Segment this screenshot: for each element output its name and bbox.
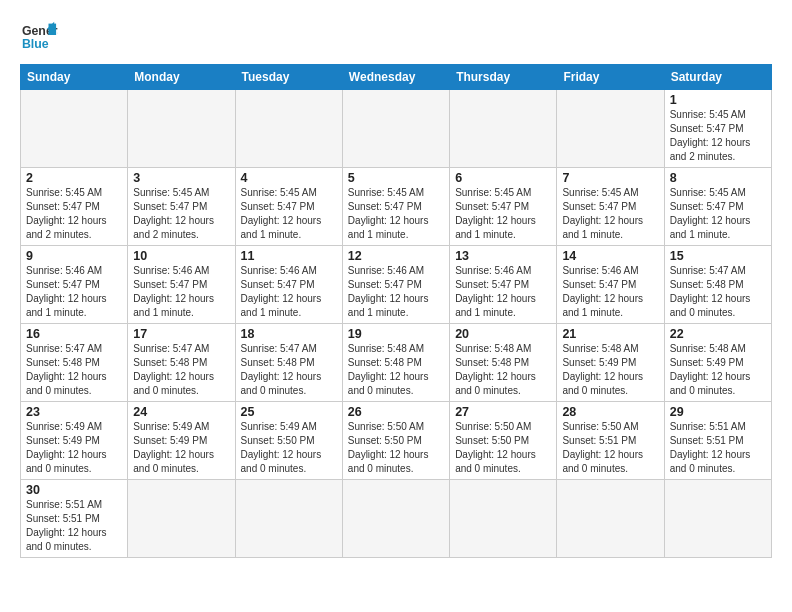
week-row-6: 30Sunrise: 5:51 AM Sunset: 5:51 PM Dayli…	[21, 480, 772, 558]
day-info: Sunrise: 5:45 AM Sunset: 5:47 PM Dayligh…	[455, 186, 551, 242]
day-cell: 3Sunrise: 5:45 AM Sunset: 5:47 PM Daylig…	[128, 168, 235, 246]
day-cell	[450, 480, 557, 558]
day-cell: 28Sunrise: 5:50 AM Sunset: 5:51 PM Dayli…	[557, 402, 664, 480]
day-info: Sunrise: 5:46 AM Sunset: 5:47 PM Dayligh…	[133, 264, 229, 320]
day-number: 2	[26, 171, 122, 185]
col-header-thursday: Thursday	[450, 65, 557, 90]
day-cell: 1Sunrise: 5:45 AM Sunset: 5:47 PM Daylig…	[664, 90, 771, 168]
day-info: Sunrise: 5:46 AM Sunset: 5:47 PM Dayligh…	[348, 264, 444, 320]
day-number: 27	[455, 405, 551, 419]
day-cell: 9Sunrise: 5:46 AM Sunset: 5:47 PM Daylig…	[21, 246, 128, 324]
day-number: 21	[562, 327, 658, 341]
day-cell: 25Sunrise: 5:49 AM Sunset: 5:50 PM Dayli…	[235, 402, 342, 480]
day-number: 18	[241, 327, 337, 341]
svg-text:Blue: Blue	[22, 37, 49, 51]
day-cell	[128, 90, 235, 168]
day-info: Sunrise: 5:50 AM Sunset: 5:50 PM Dayligh…	[348, 420, 444, 476]
week-row-1: 1Sunrise: 5:45 AM Sunset: 5:47 PM Daylig…	[21, 90, 772, 168]
day-info: Sunrise: 5:48 AM Sunset: 5:49 PM Dayligh…	[562, 342, 658, 398]
day-cell: 27Sunrise: 5:50 AM Sunset: 5:50 PM Dayli…	[450, 402, 557, 480]
day-number: 8	[670, 171, 766, 185]
day-cell: 8Sunrise: 5:45 AM Sunset: 5:47 PM Daylig…	[664, 168, 771, 246]
day-info: Sunrise: 5:49 AM Sunset: 5:50 PM Dayligh…	[241, 420, 337, 476]
day-number: 13	[455, 249, 551, 263]
day-cell: 7Sunrise: 5:45 AM Sunset: 5:47 PM Daylig…	[557, 168, 664, 246]
week-row-5: 23Sunrise: 5:49 AM Sunset: 5:49 PM Dayli…	[21, 402, 772, 480]
day-cell: 11Sunrise: 5:46 AM Sunset: 5:47 PM Dayli…	[235, 246, 342, 324]
day-number: 23	[26, 405, 122, 419]
day-cell	[21, 90, 128, 168]
day-cell	[235, 480, 342, 558]
day-number: 4	[241, 171, 337, 185]
col-header-tuesday: Tuesday	[235, 65, 342, 90]
day-cell: 4Sunrise: 5:45 AM Sunset: 5:47 PM Daylig…	[235, 168, 342, 246]
day-cell: 19Sunrise: 5:48 AM Sunset: 5:48 PM Dayli…	[342, 324, 449, 402]
day-number: 14	[562, 249, 658, 263]
day-info: Sunrise: 5:45 AM Sunset: 5:47 PM Dayligh…	[241, 186, 337, 242]
day-number: 25	[241, 405, 337, 419]
day-cell: 21Sunrise: 5:48 AM Sunset: 5:49 PM Dayli…	[557, 324, 664, 402]
day-cell: 14Sunrise: 5:46 AM Sunset: 5:47 PM Dayli…	[557, 246, 664, 324]
day-info: Sunrise: 5:46 AM Sunset: 5:47 PM Dayligh…	[26, 264, 122, 320]
day-cell	[664, 480, 771, 558]
day-number: 15	[670, 249, 766, 263]
day-number: 28	[562, 405, 658, 419]
day-info: Sunrise: 5:45 AM Sunset: 5:47 PM Dayligh…	[26, 186, 122, 242]
day-info: Sunrise: 5:45 AM Sunset: 5:47 PM Dayligh…	[562, 186, 658, 242]
day-number: 20	[455, 327, 551, 341]
day-cell	[342, 90, 449, 168]
day-cell: 18Sunrise: 5:47 AM Sunset: 5:48 PM Dayli…	[235, 324, 342, 402]
day-cell: 13Sunrise: 5:46 AM Sunset: 5:47 PM Dayli…	[450, 246, 557, 324]
day-info: Sunrise: 5:45 AM Sunset: 5:47 PM Dayligh…	[670, 108, 766, 164]
day-cell: 5Sunrise: 5:45 AM Sunset: 5:47 PM Daylig…	[342, 168, 449, 246]
day-number: 12	[348, 249, 444, 263]
col-header-saturday: Saturday	[664, 65, 771, 90]
day-cell: 20Sunrise: 5:48 AM Sunset: 5:48 PM Dayli…	[450, 324, 557, 402]
week-row-4: 16Sunrise: 5:47 AM Sunset: 5:48 PM Dayli…	[21, 324, 772, 402]
day-cell: 29Sunrise: 5:51 AM Sunset: 5:51 PM Dayli…	[664, 402, 771, 480]
day-info: Sunrise: 5:46 AM Sunset: 5:47 PM Dayligh…	[241, 264, 337, 320]
day-cell	[235, 90, 342, 168]
header: General Blue	[20, 16, 772, 54]
day-number: 5	[348, 171, 444, 185]
day-number: 11	[241, 249, 337, 263]
day-number: 1	[670, 93, 766, 107]
day-info: Sunrise: 5:45 AM Sunset: 5:47 PM Dayligh…	[133, 186, 229, 242]
day-info: Sunrise: 5:45 AM Sunset: 5:47 PM Dayligh…	[348, 186, 444, 242]
day-cell: 22Sunrise: 5:48 AM Sunset: 5:49 PM Dayli…	[664, 324, 771, 402]
day-cell: 15Sunrise: 5:47 AM Sunset: 5:48 PM Dayli…	[664, 246, 771, 324]
day-cell	[450, 90, 557, 168]
col-header-friday: Friday	[557, 65, 664, 90]
day-cell: 23Sunrise: 5:49 AM Sunset: 5:49 PM Dayli…	[21, 402, 128, 480]
day-info: Sunrise: 5:45 AM Sunset: 5:47 PM Dayligh…	[670, 186, 766, 242]
day-cell: 30Sunrise: 5:51 AM Sunset: 5:51 PM Dayli…	[21, 480, 128, 558]
day-cell: 24Sunrise: 5:49 AM Sunset: 5:49 PM Dayli…	[128, 402, 235, 480]
day-cell: 26Sunrise: 5:50 AM Sunset: 5:50 PM Dayli…	[342, 402, 449, 480]
day-number: 3	[133, 171, 229, 185]
day-cell: 6Sunrise: 5:45 AM Sunset: 5:47 PM Daylig…	[450, 168, 557, 246]
day-info: Sunrise: 5:47 AM Sunset: 5:48 PM Dayligh…	[241, 342, 337, 398]
day-cell	[128, 480, 235, 558]
day-info: Sunrise: 5:50 AM Sunset: 5:50 PM Dayligh…	[455, 420, 551, 476]
col-header-sunday: Sunday	[21, 65, 128, 90]
day-info: Sunrise: 5:47 AM Sunset: 5:48 PM Dayligh…	[133, 342, 229, 398]
day-number: 22	[670, 327, 766, 341]
week-row-2: 2Sunrise: 5:45 AM Sunset: 5:47 PM Daylig…	[21, 168, 772, 246]
day-cell: 17Sunrise: 5:47 AM Sunset: 5:48 PM Dayli…	[128, 324, 235, 402]
day-number: 10	[133, 249, 229, 263]
day-number: 9	[26, 249, 122, 263]
day-info: Sunrise: 5:47 AM Sunset: 5:48 PM Dayligh…	[26, 342, 122, 398]
day-info: Sunrise: 5:51 AM Sunset: 5:51 PM Dayligh…	[670, 420, 766, 476]
day-cell: 12Sunrise: 5:46 AM Sunset: 5:47 PM Dayli…	[342, 246, 449, 324]
day-number: 19	[348, 327, 444, 341]
day-cell: 10Sunrise: 5:46 AM Sunset: 5:47 PM Dayli…	[128, 246, 235, 324]
day-info: Sunrise: 5:46 AM Sunset: 5:47 PM Dayligh…	[455, 264, 551, 320]
day-cell: 16Sunrise: 5:47 AM Sunset: 5:48 PM Dayli…	[21, 324, 128, 402]
day-info: Sunrise: 5:49 AM Sunset: 5:49 PM Dayligh…	[26, 420, 122, 476]
day-info: Sunrise: 5:48 AM Sunset: 5:48 PM Dayligh…	[455, 342, 551, 398]
day-number: 30	[26, 483, 122, 497]
logo: General Blue	[20, 16, 68, 54]
day-info: Sunrise: 5:49 AM Sunset: 5:49 PM Dayligh…	[133, 420, 229, 476]
col-header-monday: Monday	[128, 65, 235, 90]
day-info: Sunrise: 5:48 AM Sunset: 5:48 PM Dayligh…	[348, 342, 444, 398]
